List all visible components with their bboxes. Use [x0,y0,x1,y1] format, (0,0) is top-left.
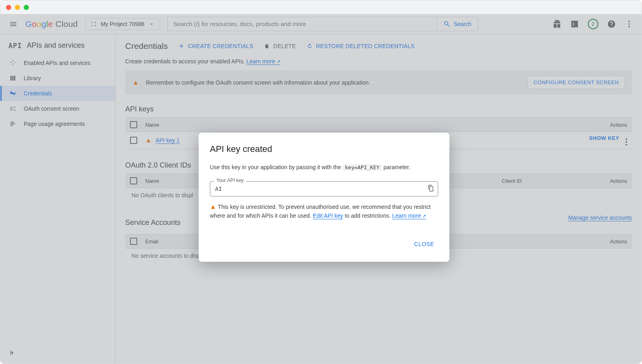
manage-service-accounts-link[interactable]: Manage service accounts [568,214,632,221]
collapse-sidebar-button[interactable] [8,349,16,358]
google-cloud-logo[interactable]: Google Cloud [25,19,78,29]
project-name: My Project 70986 [101,21,144,27]
dialog-warning: ▲This key is unrestricted. To prevent un… [210,202,438,220]
section-service-title: Service Accounts [125,218,181,227]
section-api-keys-title: API keys [125,105,632,113]
show-key-button[interactable]: SHOW KEY [589,135,620,141]
edit-api-key-link[interactable]: Edit API key [313,212,343,219]
window-close-dot[interactable] [6,5,11,10]
api-key-field-label: Your API key [214,178,246,183]
warning-icon: ▲ [145,137,152,144]
row-checkbox[interactable] [130,137,137,144]
copy-icon [427,185,434,192]
api-key-field[interactable]: AI [210,181,438,196]
dialog-description: Use this key in your application by pass… [210,163,438,172]
macos-titlebar [0,0,642,14]
warning-icon: ▲ [132,79,139,86]
restore-icon [307,43,313,49]
hamburger-icon [9,20,17,28]
window-max-dot[interactable] [24,5,29,10]
learn-more-link[interactable]: Learn more [246,58,280,65]
trash-icon [264,43,270,49]
search-icon [443,20,451,28]
learn-more-link[interactable]: Learn more [392,212,426,219]
svg-point-2 [91,25,93,26]
plus-icon [178,43,185,49]
delete-button[interactable]: DELETE [264,43,296,49]
api-key-name-link[interactable]: API key 1 [156,137,180,144]
select-all-checkbox[interactable] [130,121,137,128]
close-dialog-button[interactable]: CLOSE [410,238,438,251]
top-bar: Google Cloud My Project 70986 Search 2 [0,14,642,34]
svg-point-5 [628,23,630,25]
search-bar: Search [167,17,478,31]
library-icon [9,75,16,82]
search-input[interactable] [168,17,437,31]
configure-consent-button[interactable]: CONFIGURE CONSENT SCREEN [528,76,625,89]
agreement-icon [9,120,16,127]
left-sidebar: API APIs and services Enabled APIs and s… [0,34,116,364]
sidebar-item-library[interactable]: Library [0,71,115,86]
restore-credentials-button[interactable]: RESTORE DELETED CREDENTIALS [307,43,415,49]
sidebar-item-oauth-consent[interactable]: OAuth consent screen [0,101,115,116]
row-actions-menu[interactable] [626,138,627,146]
copy-api-key-button[interactable] [427,185,434,193]
key-icon [9,90,16,97]
api-logo-icon: API [8,42,22,50]
select-all-checkbox[interactable] [130,177,137,184]
helper-text: Create credentials to access your enable… [125,58,632,65]
search-button[interactable]: Search [437,17,478,31]
page-title: Credentials [125,41,168,51]
cloud-shell-icon[interactable] [570,20,579,28]
notifications-badge[interactable]: 2 [588,19,598,29]
create-credentials-button[interactable]: CREATE CREDENTIALS [178,43,253,49]
sidebar-item-page-usage[interactable]: Page usage agreements [0,116,115,131]
api-keys-table-header: Name Actions [125,117,632,131]
svg-point-0 [91,22,93,23]
more-icon[interactable] [625,20,634,28]
sidebar-item-enabled-apis[interactable]: Enabled APIs and services [0,55,115,71]
window-min-dot[interactable] [15,5,20,10]
svg-point-6 [628,26,630,27]
api-key-created-dialog: API key created Use this key in your app… [199,133,449,262]
consent-banner: ▲ Remember to configure the OAuth consen… [125,70,632,95]
warning-icon: ▲ [210,203,216,210]
project-icon [90,21,97,27]
svg-point-4 [628,20,630,22]
sidebar-item-credentials[interactable]: Credentials [0,86,115,101]
consent-icon [9,105,16,112]
project-selector[interactable]: My Project 70986 [85,18,160,30]
help-icon[interactable] [607,20,616,28]
chevron-down-icon [148,21,155,27]
svg-point-3 [95,25,96,26]
dialog-title: API key created [210,144,438,154]
select-all-checkbox[interactable] [130,238,137,245]
chevron-left-icon [8,349,16,357]
sidebar-header: API APIs and services [0,37,115,55]
dashboard-icon [9,59,16,67]
svg-point-1 [95,22,96,23]
nav-menu-button[interactable] [8,19,18,29]
gift-icon[interactable] [553,20,561,28]
